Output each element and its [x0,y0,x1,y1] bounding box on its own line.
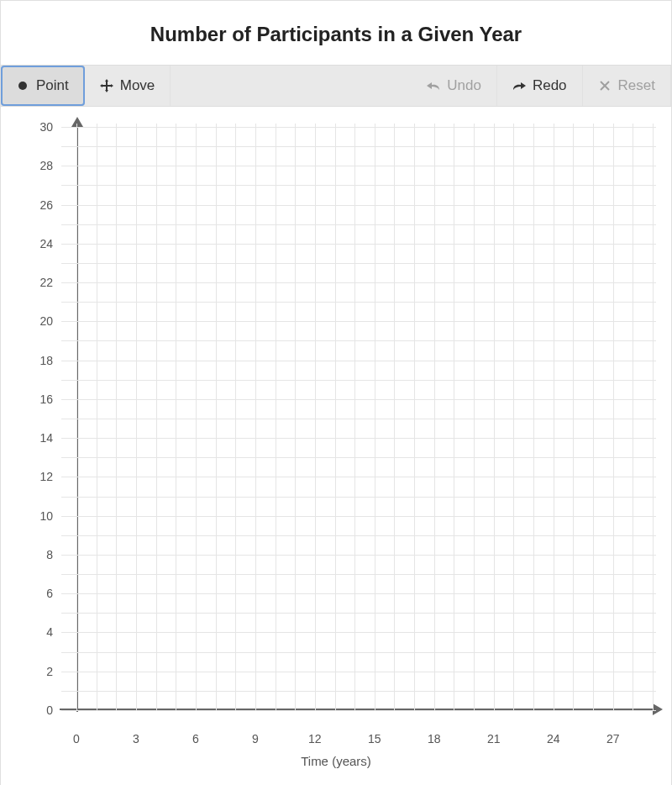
gridline-h [61,672,656,672]
redo-button[interactable]: Redo [497,66,583,106]
gridline-v [97,124,97,710]
y-tick-label: 18 [39,354,53,367]
y-tick-label: 6 [46,587,53,600]
gridline-h [61,574,656,575]
move-tool-button[interactable]: Move [85,66,171,106]
y-tick-label: 16 [39,392,53,406]
gridline-v [653,124,654,710]
gridline-v [613,124,614,710]
gridline-v [554,124,554,710]
y-tick-label: 22 [39,276,53,289]
app-container: Number of Participants in a Given Year P… [0,0,672,785]
y-tick-label: 2 [46,665,53,678]
y-axis-ticks: 024681012141618202224262830 [11,124,61,729]
x-tick-label: 21 [487,732,501,745]
gridline-v [295,124,296,710]
gridline-h [61,340,656,341]
gridline-h [61,263,656,264]
gridline-v [375,124,375,710]
gridline-v [235,124,236,710]
x-tick-label: 18 [428,732,441,745]
gridline-h [61,691,656,692]
x-axis-ticks: 0369121518212427 [61,729,656,749]
x-tick-label: 24 [547,732,560,745]
y-tick-label: 4 [46,625,53,639]
move-icon [100,79,113,92]
gridline-h [61,282,656,283]
y-tick-label: 26 [39,198,53,212]
gridline-h [61,321,656,322]
undo-label: Undo [447,77,481,94]
gridline-h [61,613,656,614]
gridline-v [593,124,594,710]
redo-label: Redo [533,77,567,94]
gridline-h [61,477,656,477]
move-tool-label: Move [120,77,155,94]
gridline-v [434,124,435,710]
point-tool-button[interactable]: Point [1,66,85,106]
y-tick-label: 0 [46,703,53,717]
gridline-h [61,652,656,653]
gridline-v [633,124,633,710]
gridline-h [61,457,656,458]
reset-label: Reset [618,77,655,94]
y-tick-label: 12 [39,470,53,483]
chart-area: Number of participants (x1000) 024681012… [1,107,671,785]
redo-icon [512,79,526,92]
x-tick-label: 3 [133,732,139,745]
gridline-v [156,124,157,710]
gridline-h [61,632,656,633]
y-tick-label: 24 [39,237,53,250]
gridline-v [474,124,475,710]
gridline-h [61,497,656,498]
plot-canvas[interactable] [61,124,656,729]
x-axis-arrow-icon [653,703,663,715]
y-tick-label: 8 [46,548,53,561]
gridline-v [76,124,77,710]
gridline-v [276,124,276,710]
gridline-h [61,361,656,361]
gridline-h [61,380,656,381]
x-tick-label: 15 [368,732,381,745]
toolbar-spacer [171,66,412,106]
gridline-v [394,124,395,710]
gridline-v [335,124,336,710]
y-tick-label: 10 [39,509,53,523]
gridline-h [61,127,656,128]
gridline-v [533,124,534,710]
toolbar: Point Move Undo Redo Reset [1,65,671,107]
gridline-h [61,185,656,186]
gridline-h [61,419,656,419]
gridline-v [136,124,137,710]
close-icon [598,79,612,92]
y-axis-arrow-icon [71,117,83,127]
reset-button[interactable]: Reset [583,66,671,106]
point-icon [16,79,29,92]
gridline-h [61,166,656,166]
y-tick-label: 14 [39,431,53,445]
gridline-v [176,124,176,710]
gridline-v [255,124,256,710]
x-tick-label: 27 [606,732,620,745]
gridline-h [61,516,656,517]
undo-icon [427,79,440,92]
x-tick-label: 9 [252,732,259,745]
gridline-h [61,593,656,594]
gridline-v [513,124,514,710]
gridline-v [216,124,217,710]
gridline-h [61,399,656,400]
x-tick-label: 6 [192,732,199,745]
x-tick-label: 0 [73,732,80,745]
point-tool-label: Point [36,77,69,94]
x-tick-label: 12 [308,732,322,745]
gridline-v [354,124,355,710]
gridline-v [494,124,495,710]
gridline-h [61,205,656,206]
gridline-h [61,146,656,147]
gridline-v [414,124,415,710]
gridline-v [573,124,574,710]
undo-button[interactable]: Undo [412,66,497,106]
y-tick-label: 20 [39,314,53,328]
gridline-h [61,555,656,556]
gridline-v [454,124,454,710]
